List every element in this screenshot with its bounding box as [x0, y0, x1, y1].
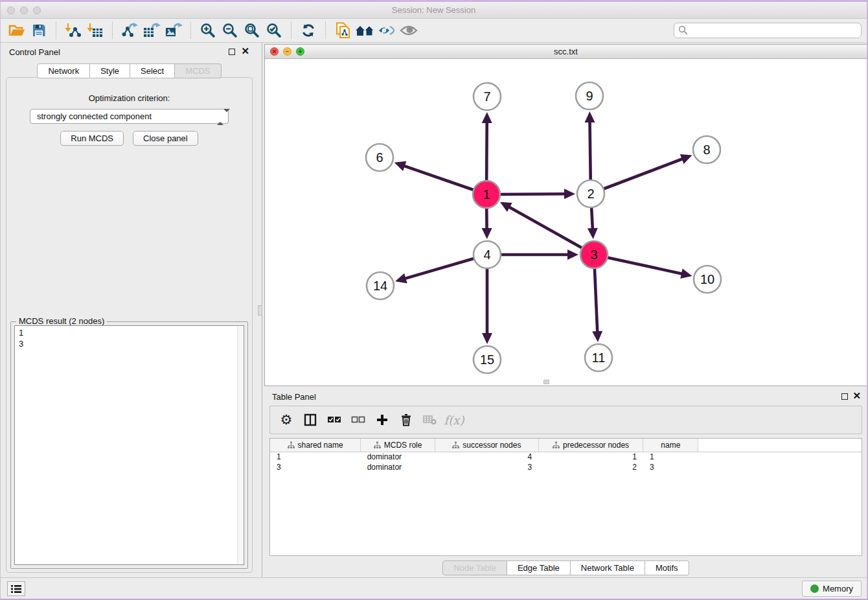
graph-node-label: 7 [483, 89, 490, 104]
tab-node-table[interactable]: Node Table [442, 560, 507, 575]
memory-label: Memory [823, 584, 853, 594]
search-box [674, 23, 862, 38]
open-file-icon[interactable] [6, 21, 28, 40]
graph-node-label: 1 [483, 187, 490, 202]
tab-network[interactable]: Network [37, 63, 90, 78]
canvas-scroll-thumb[interactable] [543, 380, 549, 384]
close-panel-button[interactable]: Close panel [133, 131, 198, 146]
column-header-name[interactable]: name [643, 439, 698, 452]
first-neighbors-icon[interactable] [354, 21, 376, 40]
deselect-all-rows-icon[interactable] [348, 410, 368, 430]
graph-node-label: 11 [592, 351, 606, 365]
criterion-dropdown-value: strongly connected component [37, 111, 152, 121]
toolbar-separator [56, 22, 56, 39]
search-icon [678, 25, 688, 35]
refresh-view-icon[interactable] [297, 21, 319, 40]
show-graphics-details-icon[interactable] [398, 21, 420, 40]
import-table-icon[interactable] [84, 21, 106, 40]
window-title: Session: New Session [1, 5, 867, 15]
status-bar: Memory [1, 577, 867, 599]
tab-edge-table[interactable]: Edge Table [507, 560, 571, 575]
delete-table-icon [420, 410, 440, 430]
main-toolbar [1, 19, 867, 43]
duplicate-network-icon[interactable] [332, 21, 354, 40]
export-network-icon[interactable] [119, 21, 141, 40]
tab-motifs[interactable]: Motifs [645, 560, 689, 575]
column-header-predecessor-nodes[interactable]: predecessor nodes [538, 439, 643, 452]
criterion-dropdown[interactable]: strongly connected component [30, 109, 229, 124]
table-header-row: shared name MCDS role successor nodes pr… [270, 439, 862, 452]
tab-network-table[interactable]: Network Table [571, 560, 645, 575]
column-header-shared-name[interactable]: shared name [270, 439, 361, 452]
node-table: shared name MCDS role successor nodes pr… [269, 438, 862, 556]
zoom-selected-icon[interactable] [263, 21, 285, 40]
table-panel: Table Panel ✕ ⚙ [264, 387, 867, 579]
table-row[interactable]: 3 dominator 3 2 3 [270, 462, 862, 472]
column-header-successor-nodes[interactable]: successor nodes [435, 439, 539, 452]
graph-node-label: 9 [586, 89, 593, 103]
zoom-in-icon[interactable] [197, 21, 219, 40]
graph-node-label: 8 [703, 143, 710, 157]
table-panel-title: Table Panel [272, 392, 316, 402]
list-icon [11, 584, 21, 594]
export-image-icon[interactable] [163, 21, 185, 40]
split-panel-icon[interactable] [301, 410, 320, 430]
table-toolbar: ⚙ [269, 406, 862, 434]
optimization-criterion-label: Optimization criterion: [6, 93, 252, 103]
zoom-out-icon[interactable] [219, 21, 241, 40]
chevron-updown-icon [217, 112, 223, 122]
memory-button[interactable]: Memory [802, 581, 862, 597]
apply-function-icon: f(x) [444, 410, 464, 430]
delete-selected-icon[interactable] [396, 410, 416, 430]
graph-node-label: 14 [373, 279, 387, 293]
table-options-icon[interactable]: ⚙ [277, 410, 296, 430]
graph-node-label: 10 [700, 272, 714, 286]
import-network-icon[interactable] [62, 21, 84, 40]
zoom-fit-icon[interactable] [241, 21, 263, 40]
toolbar-separator [190, 22, 191, 39]
close-table-panel-icon[interactable]: ✕ [852, 390, 861, 402]
toolbar-separator [291, 22, 291, 39]
network-graph[interactable]: 1234678910111415 [265, 59, 867, 386]
network-view-window: × − + scc.txt 1234678910111415 [264, 44, 867, 386]
toggle-birds-eye-icon[interactable] [376, 21, 398, 40]
close-panel-icon[interactable]: ✕ [241, 45, 249, 57]
network-canvas[interactable]: 1234678910111415 [265, 59, 867, 386]
save-session-icon[interactable] [28, 21, 50, 40]
table-row[interactable]: 1 dominator 4 1 1 [270, 452, 862, 462]
toolbar-separator [112, 22, 113, 39]
tab-mcds[interactable]: MCDS [175, 63, 221, 78]
network-view-title: scc.txt [265, 47, 867, 56]
hierarchy-icon [553, 441, 560, 448]
task-history-button[interactable] [7, 581, 25, 596]
graph-node-label: 4 [483, 248, 490, 262]
mcds-result-box: MCDS result (2 nodes) 1 3 [10, 321, 248, 569]
memory-status-dot [810, 584, 819, 593]
float-table-panel-icon[interactable] [841, 393, 848, 400]
graph-node-label: 3 [590, 248, 597, 262]
hierarchy-icon [452, 441, 459, 448]
result-scrollbar[interactable] [237, 327, 243, 564]
app-window: Session: New Session [0, 0, 868, 600]
select-all-rows-icon[interactable] [325, 410, 344, 430]
mcds-result-title: MCDS result (2 nodes) [16, 316, 107, 326]
splitter-handle[interactable] [258, 305, 262, 316]
panel-splitter[interactable] [257, 43, 264, 579]
table-tabs: Node Table Edge Table Network Table Moti… [264, 560, 867, 575]
add-column-icon[interactable] [372, 410, 392, 430]
float-panel-icon[interactable] [229, 49, 235, 55]
run-mcds-button[interactable]: Run MCDS [60, 131, 124, 146]
result-line: 1 [19, 327, 240, 338]
column-header-mcds-role[interactable]: MCDS role [361, 439, 435, 452]
hierarchy-icon [374, 441, 381, 448]
graph-node-label: 15 [480, 352, 494, 367]
tab-style[interactable]: Style [90, 63, 130, 78]
control-panel-title: Control Panel [9, 47, 60, 57]
graph-node-label: 2 [587, 187, 594, 201]
mcds-result-text[interactable]: 1 3 [14, 325, 244, 565]
titlebar: Session: New Session [1, 2, 867, 19]
mcds-panel: Optimization criterion: strongly connect… [6, 77, 253, 573]
tab-select[interactable]: Select [130, 63, 175, 78]
export-table-icon[interactable] [141, 21, 163, 40]
search-input[interactable] [674, 23, 862, 38]
